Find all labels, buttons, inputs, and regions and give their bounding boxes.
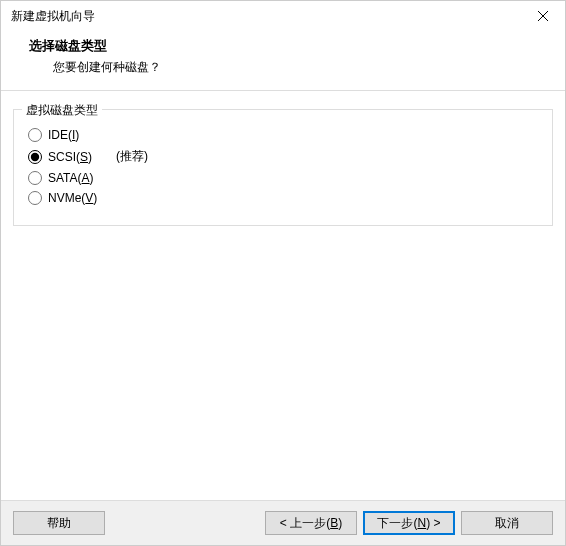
radio-label: NVMe(V) xyxy=(48,191,97,205)
radio-option-ide[interactable]: IDE(I) xyxy=(28,128,538,142)
group-legend: 虚拟磁盘类型 xyxy=(22,102,102,119)
close-icon xyxy=(538,11,548,21)
radio-option-nvme[interactable]: NVMe(V) xyxy=(28,191,538,205)
footer-left: 帮助 xyxy=(13,511,105,535)
radio-option-scsi[interactable]: SCSI(S) (推荐) xyxy=(28,148,538,165)
radio-input-scsi[interactable] xyxy=(28,150,42,164)
radio-input-ide[interactable] xyxy=(28,128,42,142)
radio-input-nvme[interactable] xyxy=(28,191,42,205)
next-button[interactable]: 下一步(N) > xyxy=(363,511,455,535)
radio-input-sata[interactable] xyxy=(28,171,42,185)
page-subtitle: 您要创建何种磁盘？ xyxy=(29,59,555,76)
radio-label: SCSI(S) xyxy=(48,150,92,164)
recommended-label: (推荐) xyxy=(116,148,148,165)
cancel-button[interactable]: 取消 xyxy=(461,511,553,535)
window-title: 新建虚拟机向导 xyxy=(11,8,95,25)
titlebar: 新建虚拟机向导 xyxy=(1,1,565,31)
radio-label: IDE(I) xyxy=(48,128,79,142)
wizard-footer: 帮助 < 上一步(B) 下一步(N) > 取消 xyxy=(1,501,565,545)
footer-right: < 上一步(B) 下一步(N) > 取消 xyxy=(265,511,553,535)
close-button[interactable] xyxy=(520,1,565,31)
help-button[interactable]: 帮助 xyxy=(13,511,105,535)
page-title: 选择磁盘类型 xyxy=(29,37,555,55)
radio-label: SATA(A) xyxy=(48,171,94,185)
disk-type-group: 虚拟磁盘类型 IDE(I) SCSI(S) (推荐) SATA(A) NVMe(… xyxy=(13,109,553,226)
wizard-header: 选择磁盘类型 您要创建何种磁盘？ xyxy=(1,31,565,90)
content-area: 虚拟磁盘类型 IDE(I) SCSI(S) (推荐) SATA(A) NVMe(… xyxy=(1,90,565,501)
radio-option-sata[interactable]: SATA(A) xyxy=(28,171,538,185)
back-button[interactable]: < 上一步(B) xyxy=(265,511,357,535)
